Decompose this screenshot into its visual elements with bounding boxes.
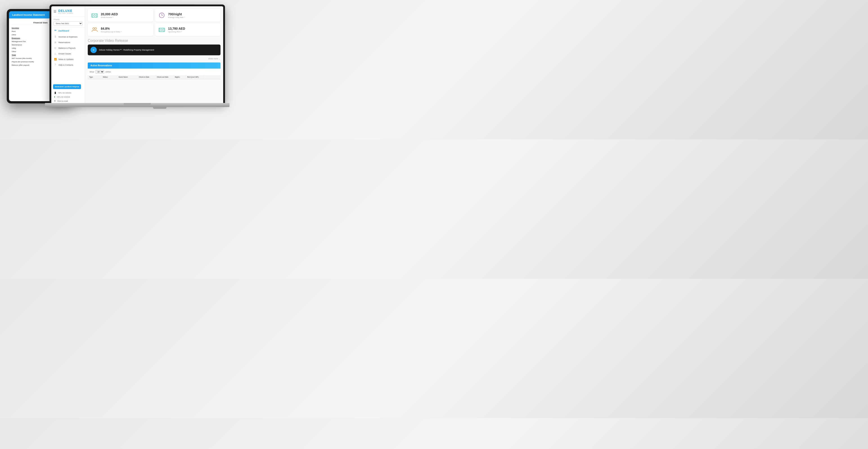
sidebar-item-help[interactable]: ? Help & Contacts <box>51 62 85 68</box>
dashboard-label: Dashboard <box>59 30 69 32</box>
money2-icon <box>158 26 166 34</box>
svg-point-6 <box>93 28 94 29</box>
laptop-base <box>45 103 229 107</box>
laptop-screen: ☰ DELUXE HOLIDAY HOMES Property Demo Tes… <box>51 6 223 103</box>
contact-email[interactable]: ✉ Click to email <box>51 99 85 103</box>
helpline-button[interactable]: Dedicated Landlord Helpline <box>53 84 81 89</box>
wallet-icon: ⊏ <box>54 47 57 49</box>
col-rent: Rent (excl VAT)↕ <box>186 75 204 79</box>
stat-upcoming-rent: 13,780 AED Upcoming Rent? <box>155 23 220 36</box>
incomes-label: Incomes & Expenses <box>59 36 78 38</box>
menu-icon[interactable]: ☰ <box>54 10 57 13</box>
warning-icon: △ <box>54 53 57 55</box>
phone-text: +971 XX XXXXX <box>58 92 71 94</box>
sidebar: ☰ DELUXE HOLIDAY HOMES Property Demo Tes… <box>51 6 85 103</box>
table-controls: Show 10 entries <box>88 69 220 75</box>
laptop-stand <box>153 107 166 109</box>
reservations-header: Active Reservations <box>88 63 220 69</box>
laptop-screen-wrap: ☰ DELUXE HOLIDAY HOMES Property Demo Tes… <box>50 4 225 103</box>
brand-name: DELUXE <box>58 9 73 12</box>
stat-daily-rate: 700/night Avarage Daily Rate? <box>155 9 220 22</box>
calendar-icon: ⊞ <box>54 41 57 43</box>
sidebar-item-known-issues[interactable]: △ Known Issues <box>51 51 85 57</box>
show-label: Show <box>90 71 94 73</box>
property-select[interactable]: Demo Test 2021 <box>54 21 83 26</box>
email-text: Click to email <box>57 100 68 102</box>
known-issues-label: Known Issues <box>59 53 71 55</box>
occupancy-label: Occupancy (Up to Date)? <box>101 31 122 33</box>
col-type: Type↕ <box>88 75 101 79</box>
balance-label: Balance & Payouts <box>59 47 75 49</box>
stats-grid: 20,000 AED Gross Income? <box>88 9 220 36</box>
gross-income-value: 20,000 AED <box>101 12 118 16</box>
email-icon: ✉ <box>54 100 56 102</box>
stat-occupancy: 84.8% Occupancy (Up to Date)? <box>88 23 153 36</box>
svg-point-9 <box>161 29 163 31</box>
sidebar-item-reservations[interactable]: ⊞ Reservations <box>51 39 85 45</box>
help-label: Help & Contacts <box>59 64 73 66</box>
dashboard-icon <box>54 29 57 32</box>
phone-icon: 📱 <box>54 92 57 94</box>
gross-income-label: Gross Income? <box>101 17 118 19</box>
entries-select[interactable]: 10 <box>95 70 104 74</box>
reservations-label: Reservations <box>59 41 70 43</box>
svg-point-2 <box>94 14 95 17</box>
contact-whatsapp[interactable]: ● +971 XX XXXXX <box>51 95 85 99</box>
col-checkout: Check-out Date↕ <box>155 75 174 79</box>
money-icon <box>90 11 98 19</box>
dollar-icon: $ <box>54 35 57 38</box>
daily-rate-label: Avarage Daily Rate? <box>168 17 185 19</box>
video-section-title: Corporate Video Release <box>88 39 220 43</box>
sidebar-item-dashboard[interactable]: Dashboard <box>51 28 85 34</box>
whatsapp-text: +971 XX XXXXX <box>57 96 70 98</box>
col-guest: Guest Name↕ <box>117 75 137 79</box>
whatsapp-icon: ● <box>54 96 55 98</box>
brand-sub: HOLIDAY HOMES <box>58 12 73 14</box>
table-header: Type↕ Status↕ Guest Name↕ Check-in Date↕ <box>88 75 220 79</box>
svg-point-0 <box>55 30 56 31</box>
video-title: Deluxe Holiday Homes™ - Redefining Prope… <box>99 49 154 51</box>
tablet-title: Landlord Income Statement <box>12 13 45 16</box>
signal-icon: 📶 <box>54 58 57 61</box>
entries-label: entries <box>105 71 111 73</box>
main-content: 20,000 AED Gross Income? <box>85 6 223 103</box>
contact-phone[interactable]: 📱 +971 XX XXXXX <box>51 91 85 95</box>
col-status: Status↕ <box>101 75 117 79</box>
daily-rate-value: 700/night <box>168 12 185 16</box>
news-label: News & Updates <box>59 58 73 61</box>
upcoming-rent-value: 13,780 AED <box>168 27 185 30</box>
sidebar-item-balance[interactable]: ⊏ Balance & Payouts <box>51 45 85 51</box>
col-nights: Nights↕ <box>174 75 186 79</box>
question-icon: ? <box>54 64 57 66</box>
table-wrap: Type↕ Status↕ Guest Name↕ Check-in Date↕ <box>88 75 220 79</box>
stat-gross-income: 20,000 AED Gross Income? <box>88 9 153 22</box>
property-label: Property <box>54 19 83 20</box>
upcoming-rent-label: Upcoming Rent? <box>168 31 185 33</box>
laptop-device: ☰ DELUXE HOLIDAY HOMES Property Demo Tes… <box>50 4 270 109</box>
occupancy-value: 84.8% <box>101 27 122 30</box>
sidebar-item-news[interactable]: 📶 News & Updates <box>51 57 85 62</box>
show-more-button[interactable]: show more ⌄ <box>88 57 220 61</box>
svg-point-7 <box>95 28 96 29</box>
people-icon <box>90 26 98 34</box>
video-card[interactable]: D Deluxe Holiday Homes™ - Redefining Pro… <box>88 44 220 55</box>
property-section: Property Demo Test 2021 <box>51 17 85 28</box>
clock-icon <box>158 11 166 19</box>
col-checkin: Check-in Date↕ <box>137 75 155 79</box>
sidebar-item-incomes[interactable]: $ Incomes & Expenses <box>51 34 85 39</box>
video-logo: D <box>90 47 97 53</box>
sidebar-logo: ☰ DELUXE HOLIDAY HOMES <box>51 6 85 17</box>
